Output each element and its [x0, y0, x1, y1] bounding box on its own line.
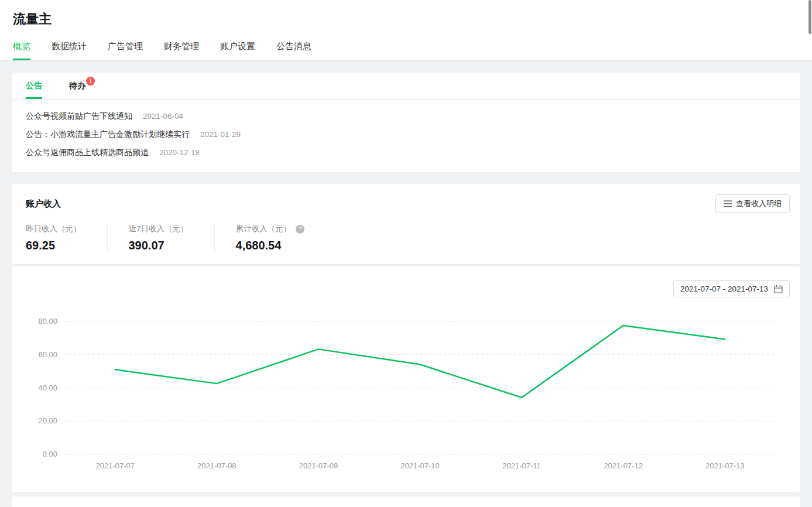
scrollbar-track [808, 0, 812, 507]
svg-text:40.00: 40.00 [38, 383, 57, 392]
tab-overview[interactable]: 概览 [13, 41, 30, 60]
tab-ad-management[interactable]: 广告管理 [108, 41, 143, 60]
main-nav: 概览 数据统计 广告管理 财务管理 账户设置 公告消息 [13, 41, 799, 60]
stat-value: 4,680.54 [236, 239, 305, 252]
tab-account-settings[interactable]: 账户设置 [220, 41, 255, 60]
income-header: 账户收入 查看收入明细 [26, 194, 790, 213]
list-icon [724, 200, 732, 207]
announcement-text: 公众号返佣商品上线精选商品频道 [26, 148, 149, 158]
svg-text:2021-07-07: 2021-07-07 [96, 461, 135, 470]
announcement-list: 公众号视频前贴广告下线通知 2021-06-04 公告：小游戏流量主广告金激励计… [12, 100, 800, 172]
scrollbar-thumb[interactable] [808, 0, 811, 34]
income-title: 账户收入 [26, 198, 61, 210]
tab-announcement[interactable]: 公告 [26, 81, 42, 99]
svg-text:2021-07-11: 2021-07-11 [502, 461, 541, 470]
stat-value: 390.07 [129, 239, 189, 252]
announcement-date: 2021-06-04 [143, 112, 183, 121]
svg-text:2021-07-12: 2021-07-12 [604, 461, 643, 470]
stat-label: 近7日收入（元） [129, 224, 189, 234]
todo-badge: 1 [86, 77, 95, 85]
account-income-card: 账户收入 查看收入明细 昨日收入（元） 69.25 近7日收入（元） 390.0… [12, 184, 800, 264]
stat-total-income: 累计收入（元） ? 4,680.54 [236, 224, 331, 252]
tab-data-statistics[interactable]: 数据统计 [52, 41, 87, 60]
stat-label: 昨日收入（元） [26, 224, 81, 234]
announcement-date: 2020-12-18 [159, 148, 200, 157]
list-item[interactable]: 公众号返佣商品上线精选商品频道 2020-12-18 [26, 148, 786, 158]
view-income-detail-label: 查看收入明细 [736, 198, 782, 209]
announcement-text: 公众号视频前贴广告下线通知 [26, 111, 132, 122]
svg-text:80.00: 80.00 [38, 317, 57, 326]
list-item[interactable]: 公众号视频前贴广告下线通知 2021-06-04 [26, 111, 786, 122]
stat-7day-income: 近7日收入（元） 390.07 [129, 224, 215, 252]
tab-finance-management[interactable]: 财务管理 [164, 41, 199, 60]
announcements-tabs: 公告 待办 1 [12, 73, 800, 100]
next-card-partial [12, 496, 800, 507]
stat-label-text: 累计收入（元） [236, 224, 292, 234]
stat-yesterday-income: 昨日收入（元） 69.25 [26, 224, 108, 252]
stat-value: 69.25 [26, 239, 81, 252]
help-icon[interactable]: ? [296, 225, 304, 234]
svg-text:60.00: 60.00 [38, 350, 57, 359]
svg-text:0.00: 0.00 [43, 450, 57, 458]
income-stats: 昨日收入（元） 69.25 近7日收入（元） 390.07 累计收入（元） ? … [26, 224, 790, 252]
tab-todo[interactable]: 待办 1 [69, 81, 85, 99]
tab-announcement-messages[interactable]: 公告消息 [276, 41, 311, 60]
page-header: 流量主 概览 数据统计 广告管理 财务管理 账户设置 公告消息 [0, 0, 812, 61]
svg-text:2021-07-13: 2021-07-13 [705, 461, 745, 470]
view-income-detail-button[interactable]: 查看收入明细 [715, 194, 790, 213]
announcements-card: 公告 待办 1 公众号视频前贴广告下线通知 2021-06-04 公告：小游戏流… [12, 73, 800, 172]
announcement-text: 公告：小游戏流量主广告金激励计划继续实行 [26, 129, 190, 140]
svg-text:2021-07-10: 2021-07-10 [400, 461, 440, 470]
income-line-chart: 0.0020.0040.0060.0080.002021-07-072021-0… [12, 266, 800, 492]
main-content: 公告 待办 1 公众号视频前贴广告下线通知 2021-06-04 公告：小游戏流… [0, 61, 812, 507]
svg-text:2021-07-08: 2021-07-08 [197, 461, 237, 470]
announcement-date: 2021-01-29 [200, 130, 241, 139]
tab-todo-label: 待办 [69, 81, 85, 90]
svg-text:2021-07-09: 2021-07-09 [299, 461, 338, 470]
date-range-text: 2021-07-07 - 2021-07-13 [680, 285, 768, 293]
stat-label: 累计收入（元） ? [236, 224, 305, 234]
list-item[interactable]: 公告：小游戏流量主广告金激励计划继续实行 2021-01-29 [26, 129, 786, 140]
date-range-picker[interactable]: 2021-07-07 - 2021-07-13 [673, 280, 790, 297]
svg-text:20.00: 20.00 [38, 416, 57, 425]
income-chart-card: 2021-07-07 - 2021-07-13 0.0020.0040.0060… [12, 266, 800, 492]
calendar-icon [774, 285, 783, 293]
page-title: 流量主 [13, 11, 799, 28]
